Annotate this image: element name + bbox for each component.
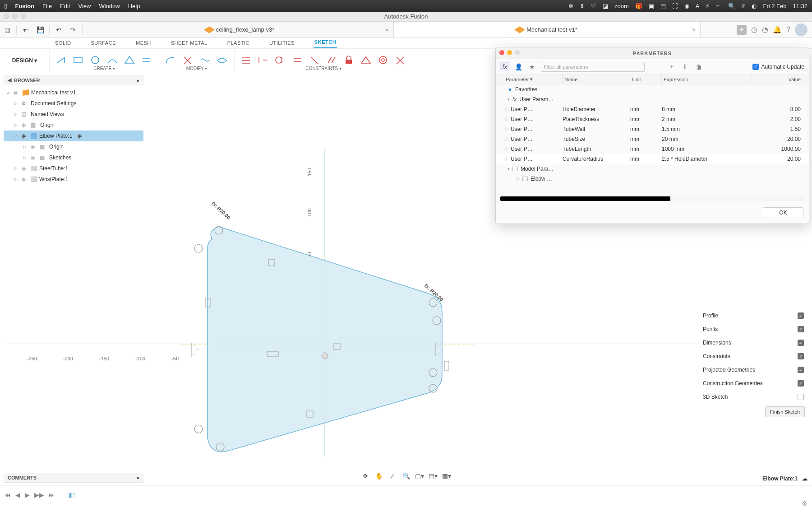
cloud-status-icon[interactable]: ☁ xyxy=(802,475,807,482)
workspace-switcher[interactable]: DESIGN ▾ xyxy=(0,49,50,72)
tab-sketch[interactable]: SKETCH xyxy=(314,37,337,48)
orbit-icon[interactable]: ✥ xyxy=(360,471,371,481)
fit-icon[interactable]: ▢▾ xyxy=(414,471,425,481)
col-value[interactable]: Value xyxy=(752,75,805,84)
traffic-lights[interactable] xyxy=(4,14,26,19)
avatar[interactable] xyxy=(795,23,807,36)
arc-tool-icon[interactable] xyxy=(106,55,119,65)
sketch-profile[interactable]: fx: R20.00 fx: R20.00 xyxy=(198,217,451,462)
star-icon[interactable]: ☆ xyxy=(504,156,509,162)
polygon-tool-icon[interactable] xyxy=(124,55,136,65)
coincident-constraint-icon[interactable] xyxy=(309,55,321,65)
palette-row-construction[interactable]: Construction Geometries✓ xyxy=(699,377,807,390)
control-center-icon[interactable]: ⎚ xyxy=(742,3,745,9)
slot-tool-icon[interactable] xyxy=(141,55,153,65)
dimension-tool-icon[interactable] xyxy=(240,55,253,65)
rectangle-tool-icon[interactable] xyxy=(72,55,85,65)
timeline-last-icon[interactable]: ⏭ xyxy=(49,491,55,499)
fx-icon[interactable]: fx xyxy=(500,62,509,71)
tray-icon[interactable]: A xyxy=(696,3,700,9)
menubar-app[interactable]: Fusion xyxy=(15,3,34,9)
tray-icon[interactable]: ♡ xyxy=(591,3,596,9)
tab-utilities[interactable]: UTILITIES xyxy=(268,38,295,48)
close-icon[interactable]: × xyxy=(692,26,696,33)
apple-icon[interactable]:  xyxy=(5,2,7,10)
new-tab-button[interactable]: + xyxy=(737,25,747,35)
tray-icon[interactable]: ▤ xyxy=(660,3,666,9)
param-row[interactable]: ☆User P… CurvatureRadiusmm2.5 * HoleDiam… xyxy=(496,154,809,164)
zoom-window-icon[interactable]: 🔍 xyxy=(401,471,411,481)
tab-solid[interactable]: SOLID xyxy=(54,38,72,48)
tray-icon[interactable]: 🎁 xyxy=(635,3,642,9)
line-tool-icon[interactable] xyxy=(55,55,68,65)
equal-constraint-icon[interactable] xyxy=(291,55,304,65)
tree-item-document-settings[interactable]: ▷⚙ Document Settings xyxy=(4,98,143,109)
tree-item-named-views[interactable]: ▷▥ Named Views xyxy=(4,109,143,120)
display-icon[interactable]: ▤▾ xyxy=(428,471,438,481)
menubar-date[interactable]: Fri 2 Feb xyxy=(763,3,786,9)
tree-item-origin[interactable]: ▷◉▥ Origin xyxy=(4,120,143,130)
tray-icon[interactable]: ◉ xyxy=(684,3,689,9)
save-icon[interactable]: 💾 xyxy=(34,24,46,36)
ok-button[interactable]: OK xyxy=(763,207,803,218)
tree-item-steel-tube[interactable]: ▷◉ SteelTube:1 xyxy=(4,163,143,174)
doc-tab[interactable]: ceiling_flexo_lamp v3* × xyxy=(87,22,394,37)
filter-input[interactable]: Filter all parameters xyxy=(541,62,645,72)
add-param-icon[interactable]: ＋ xyxy=(667,63,676,71)
param-row[interactable]: ☆User P… PlateThicknessmm2 mm2.00 xyxy=(496,114,809,124)
collapse-icon[interactable]: ● xyxy=(136,78,139,83)
collapse-icon[interactable]: ● xyxy=(136,475,139,480)
horizontal-constraint-icon[interactable] xyxy=(257,55,270,65)
palette-row-points[interactable]: Points✓ xyxy=(699,322,807,336)
checkbox[interactable]: ✓ xyxy=(798,326,804,332)
job-status-icon[interactable]: ◔ xyxy=(762,25,768,34)
parallel-constraint-icon[interactable] xyxy=(326,55,338,65)
timeline-next-icon[interactable]: ▶▶ xyxy=(34,491,44,499)
timeline-feature-icon[interactable]: ▮▯ xyxy=(69,491,76,499)
star-icon[interactable]: ☆ xyxy=(504,146,509,152)
menubar-time[interactable]: 11:32 xyxy=(793,3,807,9)
battery-icon[interactable]: ⚡︎ xyxy=(706,3,710,9)
tangent-constraint-icon[interactable] xyxy=(274,55,287,65)
ribbon-label-create[interactable]: CREATE ▾ xyxy=(93,66,115,72)
tray-icon[interactable]: ✻ xyxy=(568,3,573,9)
ribbon-label-constraints[interactable]: CONSTRAINTS ▾ xyxy=(305,66,341,72)
group-elbow[interactable]: ▷Elbow … xyxy=(496,174,809,184)
param-row[interactable]: ☆User P… TubeSizemm20 mm20.00 xyxy=(496,134,809,144)
col-expression[interactable]: Expression xyxy=(662,75,752,84)
browser-header[interactable]: ◀BROWSER ● xyxy=(4,75,143,85)
tab-sheet-metal[interactable]: SHEET METAL xyxy=(170,38,208,48)
checkbox[interactable]: ✓ xyxy=(798,340,804,346)
param-row[interactable]: ☆User P… HoleDiametermm8 mm8.00 xyxy=(496,104,809,114)
tray-icon[interactable]: ⛶ xyxy=(672,3,678,9)
star-icon[interactable]: ☆ xyxy=(504,106,509,112)
apps-grid-icon[interactable]: ▦ xyxy=(1,24,13,36)
palette-row-profile[interactable]: Profile✓ xyxy=(699,309,807,322)
timeline-first-icon[interactable]: ⏮ xyxy=(5,491,11,499)
zoom-icon[interactable]: ⤢ xyxy=(387,471,398,481)
timeline-play-icon[interactable]: ▶ xyxy=(25,491,30,499)
extensions-icon[interactable]: ◷ xyxy=(751,25,757,34)
star-icon[interactable]: ☆ xyxy=(504,126,509,132)
checkbox[interactable]: ✓ xyxy=(798,380,804,387)
import-icon[interactable]: ⇩ xyxy=(681,63,690,70)
tray-icon[interactable]: ◪ xyxy=(603,3,608,9)
notifications-icon[interactable]: 🔔 xyxy=(773,25,782,34)
comments-panel[interactable]: COMMENTS ● xyxy=(4,473,143,483)
fix-constraint-icon[interactable] xyxy=(343,55,355,65)
group-user-params[interactable]: ▾fxUser Param… xyxy=(496,94,809,104)
ribbon-label-modify[interactable]: MODIFY ▾ xyxy=(186,66,207,72)
group-model-params[interactable]: ▾Model Para… xyxy=(496,164,809,174)
checkbox[interactable]: ✓ xyxy=(798,353,804,359)
trim-tool-icon[interactable] xyxy=(182,55,194,65)
new-file-icon[interactable]: ▾▫ xyxy=(20,24,32,36)
tree-item-sketches[interactable]: ▷◉▥ Sketches xyxy=(4,152,143,163)
delete-icon[interactable]: 🗑 xyxy=(694,63,703,70)
star-icon[interactable]: ☆ xyxy=(504,136,509,142)
settings-icon[interactable]: ⚙ xyxy=(802,500,807,507)
tray-icon[interactable]: ▣ xyxy=(649,3,654,9)
tray-icon[interactable]: ⇕ xyxy=(580,3,585,9)
menu-window[interactable]: Window xyxy=(99,3,120,9)
tab-plastic[interactable]: PLASTIC xyxy=(226,38,250,48)
symmetry-constraint-icon[interactable] xyxy=(394,55,407,65)
